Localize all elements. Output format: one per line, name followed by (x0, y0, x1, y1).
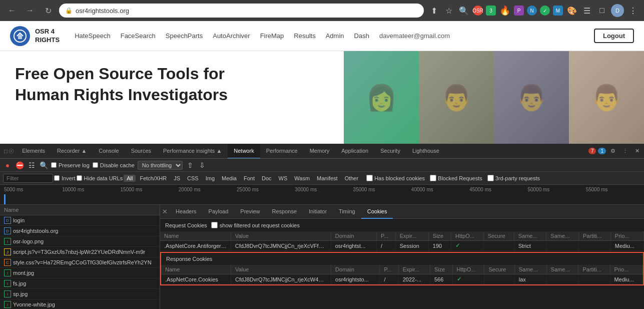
nav-results[interactable]: Results (294, 32, 315, 40)
tab-performance[interactable]: Performance (260, 144, 304, 159)
nav-firemap[interactable]: FireMap (260, 32, 284, 40)
close-panel-icon[interactable]: ✕ (162, 208, 168, 215)
sub-tab-cookies[interactable]: Cookies (361, 205, 393, 219)
extension-icon-2[interactable]: 3 (486, 6, 496, 16)
tab-console[interactable]: Console (93, 144, 125, 159)
close-devtools-icon[interactable]: ✕ (632, 146, 642, 156)
extension-icon-7[interactable]: M (553, 6, 563, 16)
has-blocked-checkbox[interactable] (366, 175, 373, 181)
export-icon[interactable]: ⇩ (198, 161, 207, 170)
tab-elements[interactable]: Elements (16, 144, 51, 159)
list-item[interactable]: I fs.jpg (0, 278, 160, 289)
back-button[interactable]: ← (5, 4, 19, 18)
extension-icon-8[interactable]: 🎨 (566, 5, 578, 17)
timeline-bar[interactable]: 5000 ms 10000 ms 15000 ms 20000 ms 25000… (0, 185, 644, 205)
record-button[interactable]: ● (3, 161, 12, 170)
disable-cache-label[interactable]: Disable cache (93, 162, 135, 168)
extension-icon-4[interactable]: P (514, 6, 524, 16)
filter-fetch-xhr[interactable]: Fetch/XHR (137, 175, 170, 182)
sub-tab-payload[interactable]: Payload (203, 205, 235, 219)
address-bar[interactable]: 🔒 osr4rightstools.org (59, 4, 424, 18)
blocked-requests-label[interactable]: Blocked Requests (430, 175, 482, 181)
filter-other[interactable]: Other (342, 175, 362, 182)
filter-manifest[interactable]: Manifest (314, 175, 341, 182)
forward-button[interactable]: → (23, 4, 37, 18)
extensions-icon[interactable]: ☰ (581, 5, 593, 17)
list-item[interactable]: C style.css?v=Ha72REmgCCoGTfG30IefGlvztr… (0, 257, 160, 268)
nav-hatespeech[interactable]: HateSpeech (75, 32, 111, 40)
invert-label[interactable]: Invert (54, 175, 76, 181)
col-name: Name (160, 231, 231, 241)
filter-media[interactable]: Media (219, 175, 240, 182)
search-icon[interactable]: 🔍 (39, 161, 48, 170)
tab-performance-insights[interactable]: Performance insights ▲ (157, 144, 228, 159)
tab-memory[interactable]: Memory (304, 144, 336, 159)
nav-facesearch[interactable]: FaceSearch (121, 32, 156, 40)
extension-icon-6[interactable]: ✓ (540, 6, 550, 16)
profile-avatar[interactable]: D (611, 4, 624, 17)
list-item[interactable]: D osr4rightstools.org (0, 226, 160, 236)
sub-tab-initiator[interactable]: Initiator (303, 205, 333, 219)
disable-cache-checkbox[interactable] (93, 162, 98, 168)
hide-data-urls-label[interactable]: Hide data URLs (77, 175, 123, 181)
table-row[interactable]: .AspNetCore.Cookies CfdJ8DvrQ7tcJMNCjjCn… (161, 274, 643, 284)
sub-tab-timing[interactable]: Timing (333, 205, 361, 219)
third-party-checkbox[interactable] (487, 175, 494, 181)
more-icon[interactable]: ⋮ (620, 146, 630, 156)
clear-button[interactable]: ⛔ (15, 161, 24, 170)
list-item[interactable]: I Yvonne-white.jpg (0, 299, 160, 309)
filter-ws[interactable]: WS (276, 175, 291, 182)
tab-sources[interactable]: Sources (125, 144, 157, 159)
filter-icon[interactable]: ☷ (27, 161, 36, 170)
extension-icon-3[interactable]: 🔥 (499, 5, 511, 17)
third-party-label[interactable]: 3rd-party requests (487, 175, 540, 181)
window-icon[interactable]: □ (596, 5, 608, 17)
settings-icon[interactable]: ⚙ (608, 146, 618, 156)
sub-tab-headers[interactable]: Headers (170, 205, 203, 219)
list-item[interactable]: D login (0, 215, 160, 226)
filter-input[interactable] (3, 174, 53, 183)
hide-data-urls-checkbox[interactable] (77, 175, 82, 181)
list-item[interactable]: I sp.jpg (0, 289, 160, 299)
search-icon[interactable]: 🔍 (458, 5, 470, 17)
reload-button[interactable]: ↻ (41, 4, 55, 18)
filter-css[interactable]: CSS (184, 175, 202, 182)
extension-icon-5[interactable]: N (527, 6, 537, 16)
has-blocked-label[interactable]: Has blocked cookies (366, 175, 425, 181)
filter-doc[interactable]: Doc (259, 175, 275, 182)
filter-js[interactable]: JS (171, 175, 183, 182)
tab-security[interactable]: Security (374, 144, 406, 159)
blocked-requests-checkbox[interactable] (430, 175, 436, 181)
show-filtered-checkbox[interactable] (211, 222, 218, 228)
tab-application[interactable]: Application (335, 144, 374, 159)
extension-icon-1[interactable]: OSR (473, 6, 483, 16)
throttle-select[interactable]: No throttling (138, 161, 183, 170)
invert-checkbox[interactable] (54, 175, 60, 181)
tab-network[interactable]: Network (228, 144, 260, 159)
sub-tab-preview[interactable]: Preview (234, 205, 266, 219)
menu-icon[interactable]: ⋮ (627, 5, 639, 17)
nav-email[interactable]: davemateer@gmail.com (379, 32, 450, 40)
sub-tab-response[interactable]: Response (266, 205, 303, 219)
filter-wasm[interactable]: Wasm (291, 175, 313, 182)
import-icon[interactable]: ⇧ (186, 161, 195, 170)
preserve-log-checkbox[interactable] (51, 162, 57, 168)
filter-all[interactable]: All (124, 175, 136, 182)
nav-admin[interactable]: Admin (326, 32, 344, 40)
table-row[interactable]: .AspNetCore.Antiforgery.ZJXs... CfdJ8Dvr… (160, 241, 644, 251)
list-item[interactable]: I osr-logo.png (0, 236, 160, 247)
show-filtered-label[interactable]: show filtered out request cookies (211, 222, 300, 228)
preserve-log-label[interactable]: Preserve log (51, 162, 90, 168)
nav-dash[interactable]: Dash (354, 32, 369, 40)
tab-recorder[interactable]: Recorder ▲ (51, 144, 93, 159)
logout-button[interactable]: Logout (594, 29, 634, 43)
list-item[interactable]: J script.js?v=T3GxzUls7nbzj-lpWr22YUeDRd… (0, 247, 160, 257)
nav-speechparts[interactable]: SpeechParts (166, 32, 203, 40)
nav-autoarchiver[interactable]: AutoArchiver (213, 32, 250, 40)
share-icon[interactable]: ⬆ (428, 5, 440, 17)
tab-lighthouse[interactable]: Lighthouse (406, 144, 445, 159)
list-item[interactable]: I mont.jpg (0, 268, 160, 278)
filter-img[interactable]: Img (203, 175, 218, 182)
bookmark-icon[interactable]: ☆ (443, 5, 455, 17)
filter-font[interactable]: Font (241, 175, 258, 182)
